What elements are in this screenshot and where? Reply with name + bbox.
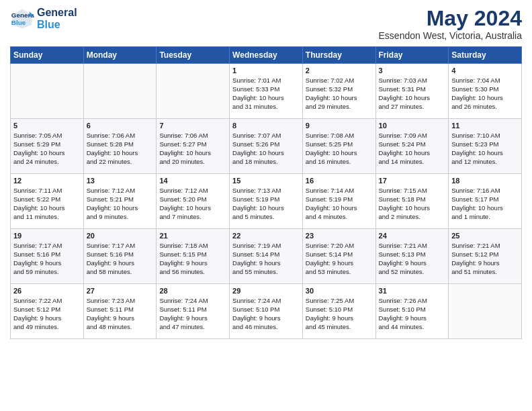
day-number: 25: [451, 231, 519, 240]
day-info: Sunrise: 7:24 AMSunset: 5:11 PMDaylight:…: [159, 297, 226, 331]
table-row: 2Sunrise: 7:02 AMSunset: 5:32 PMDaylight…: [302, 64, 375, 119]
day-info: Sunrise: 7:22 AMSunset: 5:12 PMDaylight:…: [13, 297, 81, 331]
day-number: 1: [232, 66, 300, 75]
day-number: 15: [232, 176, 300, 185]
month-title: May 2024: [379, 7, 522, 30]
day-number: 29: [232, 286, 300, 295]
title-block: May 2024 Essendon West, Victoria, Austra…: [379, 7, 522, 41]
day-number: 6: [87, 121, 154, 130]
day-info: Sunrise: 7:19 AMSunset: 5:14 PMDaylight:…: [232, 242, 300, 276]
logo: General Blue General Blue: [10, 7, 77, 31]
day-info: Sunrise: 7:20 AMSunset: 5:14 PMDaylight:…: [306, 242, 373, 276]
table-row: [11, 64, 84, 119]
day-info: Sunrise: 7:14 AMSunset: 5:19 PMDaylight:…: [306, 187, 373, 221]
table-row: 23Sunrise: 7:20 AMSunset: 5:14 PMDayligh…: [302, 229, 375, 284]
calendar-table: Sunday Monday Tuesday Wednesday Thursday…: [10, 46, 522, 339]
day-info: Sunrise: 7:24 AMSunset: 5:10 PMDaylight:…: [232, 297, 300, 331]
day-number: 5: [13, 121, 81, 130]
day-number: 31: [379, 286, 446, 295]
col-saturday: Saturday: [449, 47, 522, 64]
day-info: Sunrise: 7:05 AMSunset: 5:29 PMDaylight:…: [13, 132, 81, 166]
table-row: 21Sunrise: 7:18 AMSunset: 5:15 PMDayligh…: [157, 229, 230, 284]
col-monday: Monday: [83, 47, 157, 64]
day-info: Sunrise: 7:04 AMSunset: 5:30 PMDaylight:…: [451, 77, 519, 111]
day-info: Sunrise: 7:13 AMSunset: 5:19 PMDaylight:…: [232, 187, 300, 221]
table-row: 4Sunrise: 7:04 AMSunset: 5:30 PMDaylight…: [449, 64, 522, 119]
day-number: 23: [306, 231, 373, 240]
day-info: Sunrise: 7:11 AMSunset: 5:22 PMDaylight:…: [13, 187, 81, 221]
col-friday: Friday: [375, 47, 449, 64]
day-number: 3: [379, 66, 446, 75]
table-row: 28Sunrise: 7:24 AMSunset: 5:11 PMDayligh…: [157, 284, 230, 339]
day-number: 17: [379, 176, 446, 185]
col-tuesday: Tuesday: [157, 47, 230, 64]
day-info: Sunrise: 7:06 AMSunset: 5:27 PMDaylight:…: [159, 132, 226, 166]
table-row: 6Sunrise: 7:06 AMSunset: 5:28 PMDaylight…: [83, 119, 157, 174]
table-row: 1Sunrise: 7:01 AMSunset: 5:33 PMDaylight…: [230, 64, 303, 119]
day-info: Sunrise: 7:06 AMSunset: 5:28 PMDaylight:…: [87, 132, 154, 166]
table-row: 12Sunrise: 7:11 AMSunset: 5:22 PMDayligh…: [11, 174, 84, 229]
table-row: 25Sunrise: 7:21 AMSunset: 5:12 PMDayligh…: [449, 229, 522, 284]
day-number: 16: [306, 176, 373, 185]
day-number: 20: [87, 231, 154, 240]
day-info: Sunrise: 7:18 AMSunset: 5:15 PMDaylight:…: [159, 242, 226, 276]
day-info: Sunrise: 7:15 AMSunset: 5:18 PMDaylight:…: [379, 187, 446, 221]
table-row: 29Sunrise: 7:24 AMSunset: 5:10 PMDayligh…: [230, 284, 303, 339]
day-info: Sunrise: 7:07 AMSunset: 5:26 PMDaylight:…: [232, 132, 300, 166]
day-number: 14: [159, 176, 226, 185]
day-info: Sunrise: 7:17 AMSunset: 5:16 PMDaylight:…: [87, 242, 154, 276]
day-number: 18: [451, 176, 519, 185]
day-info: Sunrise: 7:10 AMSunset: 5:23 PMDaylight:…: [451, 132, 519, 166]
page: General Blue General Blue May 2024 Essen…: [0, 0, 532, 411]
day-number: 11: [451, 121, 519, 130]
table-row: 17Sunrise: 7:15 AMSunset: 5:18 PMDayligh…: [375, 174, 449, 229]
day-info: Sunrise: 7:02 AMSunset: 5:32 PMDaylight:…: [306, 77, 373, 111]
day-number: 30: [306, 286, 373, 295]
day-info: Sunrise: 7:17 AMSunset: 5:16 PMDaylight:…: [13, 242, 81, 276]
day-number: 12: [13, 176, 81, 185]
table-row: 20Sunrise: 7:17 AMSunset: 5:16 PMDayligh…: [83, 229, 157, 284]
day-info: Sunrise: 7:03 AMSunset: 5:31 PMDaylight:…: [379, 77, 446, 111]
day-number: 24: [379, 231, 446, 240]
logo-blue: Blue: [37, 19, 77, 31]
table-row: 16Sunrise: 7:14 AMSunset: 5:19 PMDayligh…: [302, 174, 375, 229]
day-number: 26: [13, 286, 81, 295]
day-number: 21: [159, 231, 226, 240]
calendar-week-row: 19Sunrise: 7:17 AMSunset: 5:16 PMDayligh…: [11, 229, 522, 284]
table-row: 27Sunrise: 7:23 AMSunset: 5:11 PMDayligh…: [83, 284, 157, 339]
day-number: 9: [306, 121, 373, 130]
calendar-week-row: 1Sunrise: 7:01 AMSunset: 5:33 PMDaylight…: [11, 64, 522, 119]
table-row: 5Sunrise: 7:05 AMSunset: 5:29 PMDaylight…: [11, 119, 84, 174]
day-number: 4: [451, 66, 519, 75]
svg-text:Blue: Blue: [11, 19, 26, 26]
table-row: 10Sunrise: 7:09 AMSunset: 5:24 PMDayligh…: [375, 119, 449, 174]
table-row: 7Sunrise: 7:06 AMSunset: 5:27 PMDaylight…: [157, 119, 230, 174]
day-info: Sunrise: 7:16 AMSunset: 5:17 PMDaylight:…: [451, 187, 519, 221]
table-row: 30Sunrise: 7:25 AMSunset: 5:10 PMDayligh…: [302, 284, 375, 339]
table-row: 24Sunrise: 7:21 AMSunset: 5:13 PMDayligh…: [375, 229, 449, 284]
table-row: [157, 64, 230, 119]
table-row: 15Sunrise: 7:13 AMSunset: 5:19 PMDayligh…: [230, 174, 303, 229]
header: General Blue General Blue May 2024 Essen…: [10, 7, 522, 41]
day-info: Sunrise: 7:26 AMSunset: 5:10 PMDaylight:…: [379, 297, 446, 331]
day-info: Sunrise: 7:23 AMSunset: 5:11 PMDaylight:…: [87, 297, 154, 331]
calendar-week-row: 5Sunrise: 7:05 AMSunset: 5:29 PMDaylight…: [11, 119, 522, 174]
day-info: Sunrise: 7:21 AMSunset: 5:12 PMDaylight:…: [451, 242, 519, 276]
table-row: 8Sunrise: 7:07 AMSunset: 5:26 PMDaylight…: [230, 119, 303, 174]
table-row: 13Sunrise: 7:12 AMSunset: 5:21 PMDayligh…: [83, 174, 157, 229]
day-number: 7: [159, 121, 226, 130]
calendar-week-row: 26Sunrise: 7:22 AMSunset: 5:12 PMDayligh…: [11, 284, 522, 339]
day-info: Sunrise: 7:01 AMSunset: 5:33 PMDaylight:…: [232, 77, 300, 111]
table-row: 3Sunrise: 7:03 AMSunset: 5:31 PMDaylight…: [375, 64, 449, 119]
logo-icon: General Blue: [10, 7, 34, 31]
table-row: 19Sunrise: 7:17 AMSunset: 5:16 PMDayligh…: [11, 229, 84, 284]
day-info: Sunrise: 7:08 AMSunset: 5:25 PMDaylight:…: [306, 132, 373, 166]
table-row: 18Sunrise: 7:16 AMSunset: 5:17 PMDayligh…: [449, 174, 522, 229]
calendar-header-row: Sunday Monday Tuesday Wednesday Thursday…: [11, 47, 522, 64]
col-thursday: Thursday: [302, 47, 375, 64]
table-row: 22Sunrise: 7:19 AMSunset: 5:14 PMDayligh…: [230, 229, 303, 284]
table-row: [449, 284, 522, 339]
day-info: Sunrise: 7:12 AMSunset: 5:21 PMDaylight:…: [87, 187, 154, 221]
day-number: 19: [13, 231, 81, 240]
table-row: 14Sunrise: 7:12 AMSunset: 5:20 PMDayligh…: [157, 174, 230, 229]
